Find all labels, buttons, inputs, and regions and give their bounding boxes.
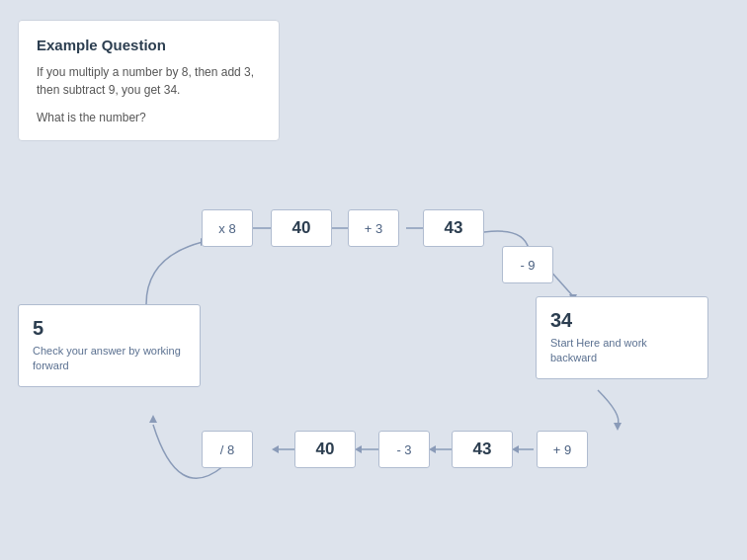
left-answer-number: 5 — [33, 317, 186, 340]
num-43-top-label: 43 — [445, 218, 463, 238]
op-plus9-box: + 9 — [537, 431, 588, 468]
op-plus3-box: + 3 — [348, 209, 399, 247]
right-answer-description: Start Here and work backward — [550, 336, 694, 366]
question-card: Example Question If you multiply a numbe… — [18, 20, 280, 141]
num-40-top-box: 40 — [271, 209, 332, 247]
num-43-bot-label: 43 — [473, 440, 492, 459]
op-plus3-label: + 3 — [365, 221, 382, 236]
num-40-bot-box: 40 — [294, 431, 356, 468]
right-answer-number: 34 — [550, 309, 694, 332]
svg-marker-17 — [272, 445, 279, 453]
op-plus9-label: + 9 — [553, 442, 571, 457]
svg-marker-11 — [512, 445, 519, 453]
op-div8-box: / 8 — [202, 431, 253, 468]
right-answer-box: 34 Start Here and work backward — [536, 296, 708, 379]
left-answer-box: 5 Check your answer by working forward — [18, 304, 201, 387]
question-ask: What is the number? — [37, 111, 261, 124]
svg-marker-15 — [355, 445, 362, 453]
svg-marker-9 — [614, 423, 622, 431]
op-x8-box: x 8 — [202, 209, 253, 247]
op-minus9-box: - 9 — [502, 246, 553, 283]
num-43-bot-box: 43 — [452, 431, 513, 468]
question-title: Example Question — [37, 37, 261, 53]
op-minus9-label: - 9 — [520, 258, 535, 273]
op-div8-label: / 8 — [220, 442, 234, 457]
op-minus3-box: - 3 — [378, 431, 430, 468]
op-minus3-label: - 3 — [396, 442, 411, 457]
op-x8-label: x 8 — [218, 221, 235, 236]
svg-marker-18 — [149, 415, 157, 423]
svg-marker-13 — [429, 445, 436, 453]
num-40-bot-label: 40 — [316, 440, 335, 459]
left-answer-description: Check your answer by working forward — [33, 344, 186, 374]
question-body: If you multiply a number by 8, then add … — [37, 63, 261, 99]
num-40-top-label: 40 — [292, 218, 311, 238]
num-43-top-box: 43 — [423, 209, 484, 247]
